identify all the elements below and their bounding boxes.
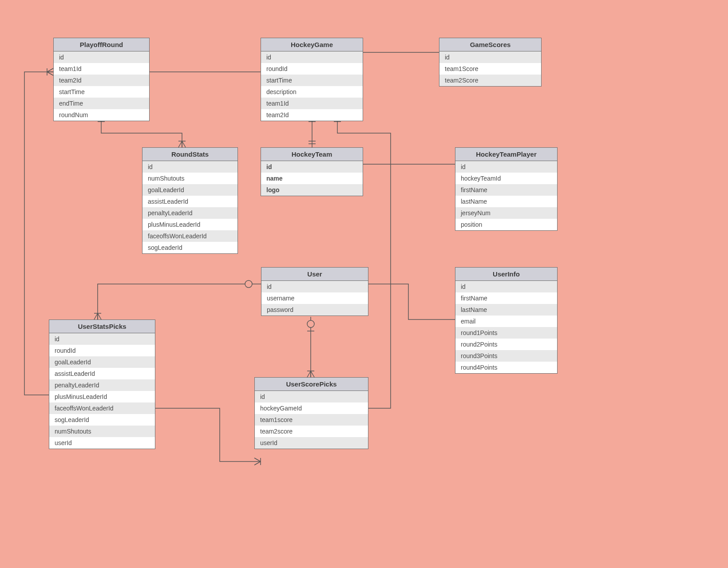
field-row: id (255, 391, 368, 402)
field-row: startTime (54, 86, 149, 98)
field-row: name (261, 173, 363, 184)
field-row: team1Id (261, 98, 363, 109)
field-row: sogLeaderId (142, 242, 237, 253)
entity-hockey-team-player: HockeyTeamPlayer idhockeyTeamIdfirstName… (455, 147, 558, 231)
field-row: startTime (261, 75, 363, 86)
field-row: penaltyLeaderId (142, 207, 237, 219)
field-row: roundId (261, 63, 363, 75)
field-row: team2Id (261, 109, 363, 121)
field-row: id (455, 161, 557, 173)
field-row: userId (49, 437, 155, 449)
entity-title: HockeyGame (261, 38, 363, 51)
field-row: faceoffsWonLeaderId (142, 230, 237, 242)
entity-title: UserInfo (455, 268, 557, 281)
field-row: round3Points (455, 350, 557, 362)
field-row: id (261, 281, 368, 292)
entity-title: User (261, 268, 368, 281)
field-row: id (261, 161, 363, 173)
entity-fields: idroundIdstartTimedescriptionteam1Idteam… (261, 51, 363, 121)
field-row: firstName (455, 184, 557, 196)
entity-title: PlayoffRound (54, 38, 149, 51)
entity-title: RoundStats (142, 148, 237, 161)
field-row: logo (261, 184, 363, 196)
entity-hockey-game: HockeyGame idroundIdstartTimedescription… (261, 38, 363, 121)
field-row: round1Points (455, 327, 557, 339)
field-row: position (455, 219, 557, 230)
field-row: penaltyLeaderId (49, 379, 155, 391)
field-row: round4Points (455, 362, 557, 373)
entity-user-stats-picks: UserStatsPicks idroundIdgoalLeaderIdassi… (49, 320, 155, 449)
svg-point-14 (245, 280, 252, 288)
field-row: id (142, 161, 237, 173)
field-row: numShutouts (142, 173, 237, 184)
field-row: plusMinusLeaderId (49, 391, 155, 402)
entity-fields: idnamelogo (261, 161, 363, 196)
svg-point-11 (307, 320, 314, 327)
field-row: firstName (455, 292, 557, 304)
field-row: team1score (255, 414, 368, 426)
entity-hockey-team: HockeyTeam idnamelogo (261, 147, 363, 196)
field-row: email (455, 316, 557, 327)
field-row: team2score (255, 426, 368, 437)
field-row: team1Id (54, 63, 149, 75)
entity-user: User idusernamepassword (261, 267, 368, 316)
entity-playoff-round: PlayoffRound idteam1Idteam2IdstartTimeen… (53, 38, 150, 121)
entity-fields: idteam1Idteam2IdstartTimeendTimeroundNum (54, 51, 149, 121)
entity-fields: idhockeyTeamIdfirstNamelastNamejerseyNum… (455, 161, 557, 230)
field-row: userId (255, 437, 368, 449)
entity-title: GameScores (439, 38, 541, 51)
field-row: hockeyGameId (255, 402, 368, 414)
entity-round-stats: RoundStats idnumShutoutsgoalLeaderIdassi… (142, 147, 238, 254)
field-row: assistLeaderId (142, 196, 237, 207)
field-row: team1Score (439, 63, 541, 75)
field-row: faceoffsWonLeaderId (49, 402, 155, 414)
field-row: plusMinusLeaderId (142, 219, 237, 230)
field-row: roundId (49, 345, 155, 356)
field-row: goalLeaderId (49, 356, 155, 368)
entity-fields: idteam1Scoreteam2Score (439, 51, 541, 86)
field-row: username (261, 292, 368, 304)
field-row: roundNum (54, 109, 149, 121)
field-row: lastName (455, 196, 557, 207)
field-row: password (261, 304, 368, 316)
field-row: id (439, 51, 541, 63)
entity-fields: idroundIdgoalLeaderIdassistLeaderIdpenal… (49, 333, 155, 449)
field-row: sogLeaderId (49, 414, 155, 426)
field-row: id (261, 51, 363, 63)
field-row: lastName (455, 304, 557, 316)
entity-fields: idusernamepassword (261, 281, 368, 316)
field-row: numShutouts (49, 426, 155, 437)
field-row: endTime (54, 98, 149, 109)
entity-user-score-picks: UserScorePicks idhockeyGameIdteam1scoret… (254, 377, 368, 449)
entity-title: UserScorePicks (255, 378, 368, 391)
field-row: id (455, 281, 557, 292)
field-row: jerseyNum (455, 207, 557, 219)
entity-fields: idnumShutoutsgoalLeaderIdassistLeaderIdp… (142, 161, 237, 253)
entity-user-info: UserInfo idfirstNamelastNameemailround1P… (455, 267, 558, 374)
entity-title: HockeyTeam (261, 148, 363, 161)
field-row: assistLeaderId (49, 368, 155, 379)
field-row: id (54, 51, 149, 63)
field-row: team2Score (439, 75, 541, 86)
entity-title: UserStatsPicks (49, 320, 155, 333)
entity-title: HockeyTeamPlayer (455, 148, 557, 161)
field-row: description (261, 86, 363, 98)
entity-game-scores: GameScores idteam1Scoreteam2Score (439, 38, 542, 87)
entity-fields: idfirstNamelastNameemailround1Pointsroun… (455, 281, 557, 373)
field-row: goalLeaderId (142, 184, 237, 196)
field-row: team2Id (54, 75, 149, 86)
field-row: id (49, 333, 155, 345)
entity-fields: idhockeyGameIdteam1scoreteam2scoreuserId (255, 391, 368, 449)
field-row: hockeyTeamId (455, 173, 557, 184)
field-row: round2Points (455, 339, 557, 350)
